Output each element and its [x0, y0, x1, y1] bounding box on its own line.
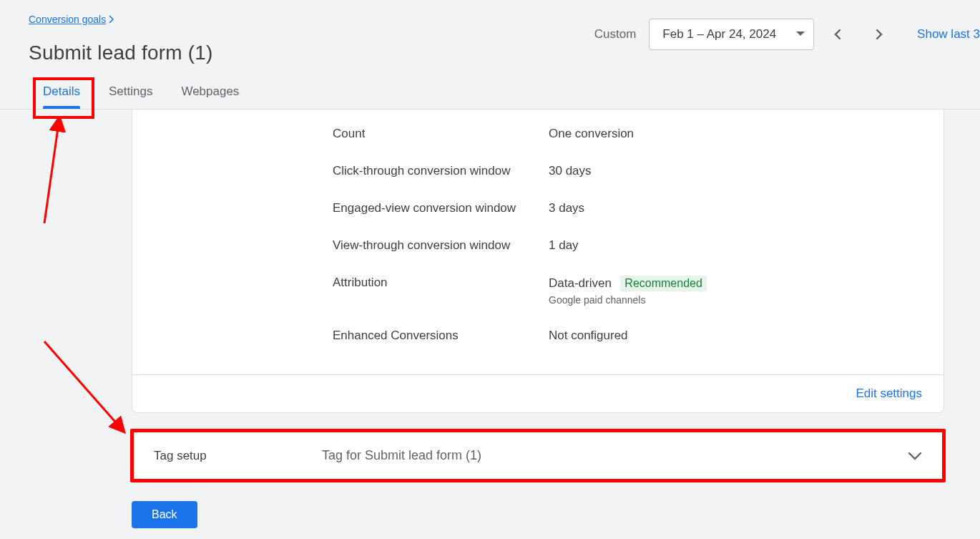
chevron-right-icon: [873, 29, 884, 40]
setting-row-attribution: Attribution Data-driven Recommended Goog…: [333, 264, 919, 317]
back-button[interactable]: Back: [132, 501, 197, 528]
tag-setup-label: Tag setup: [154, 449, 322, 463]
breadcrumb[interactable]: Conversion goals: [29, 14, 114, 25]
setting-row-view-window: View-through conversion window 1 day: [333, 227, 919, 264]
date-next-button[interactable]: [863, 19, 894, 50]
tabs: Details Settings Webpages: [0, 64, 980, 110]
date-range-picker[interactable]: Feb 1 – Apr 24, 2024: [649, 19, 814, 50]
setting-subtext: Google paid channels: [549, 294, 645, 306]
date-range-value: Feb 1 – Apr 24, 2024: [662, 27, 776, 42]
setting-label: Count: [333, 127, 549, 141]
setting-row-count: Count One conversion: [333, 115, 919, 152]
chevron-down-icon: [908, 452, 922, 460]
setting-value: Data-driven: [549, 276, 612, 290]
setting-row-click-window: Click-through conversion window 30 days: [333, 152, 919, 190]
chevron-left-icon: [833, 29, 844, 40]
setting-value: Not configured: [549, 329, 628, 343]
edit-settings-link[interactable]: Edit settings: [856, 387, 922, 400]
setting-row-enhanced: Enhanced Conversions Not configured: [333, 317, 919, 354]
setting-label: Enhanced Conversions: [333, 329, 549, 343]
settings-card: Count One conversion Click-through conve…: [132, 110, 944, 413]
setting-row-engaged-window: Engaged-view conversion window 3 days: [333, 190, 919, 227]
tab-details[interactable]: Details: [43, 84, 80, 109]
setting-label: Attribution: [333, 276, 549, 290]
tag-setup-panel[interactable]: Tag setup Tag for Submit lead form (1): [132, 430, 944, 481]
svg-line-1: [44, 341, 124, 432]
show-last-link[interactable]: Show last 3: [903, 27, 980, 42]
date-range-label: Custom: [594, 27, 637, 42]
setting-label: View-through conversion window: [333, 238, 549, 253]
annotation-arrow: [39, 339, 146, 447]
date-prev-button[interactable]: [823, 19, 854, 50]
setting-value: 30 days: [549, 164, 592, 178]
tab-settings[interactable]: Settings: [109, 84, 152, 109]
recommended-badge: Recommended: [620, 276, 707, 291]
chevron-right-icon: [109, 15, 114, 24]
svg-line-0: [44, 123, 59, 223]
setting-label: Engaged-view conversion window: [333, 201, 549, 215]
setting-label: Click-through conversion window: [333, 164, 549, 178]
dropdown-icon: [796, 31, 805, 37]
setting-value: 1 day: [549, 238, 579, 253]
annotation-arrow: [36, 116, 79, 230]
breadcrumb-link[interactable]: Conversion goals: [29, 14, 106, 25]
setting-value: One conversion: [549, 127, 634, 141]
tag-setup-value: Tag for Submit lead form (1): [322, 448, 908, 463]
setting-value: 3 days: [549, 201, 584, 215]
tab-webpages[interactable]: Webpages: [181, 84, 239, 109]
